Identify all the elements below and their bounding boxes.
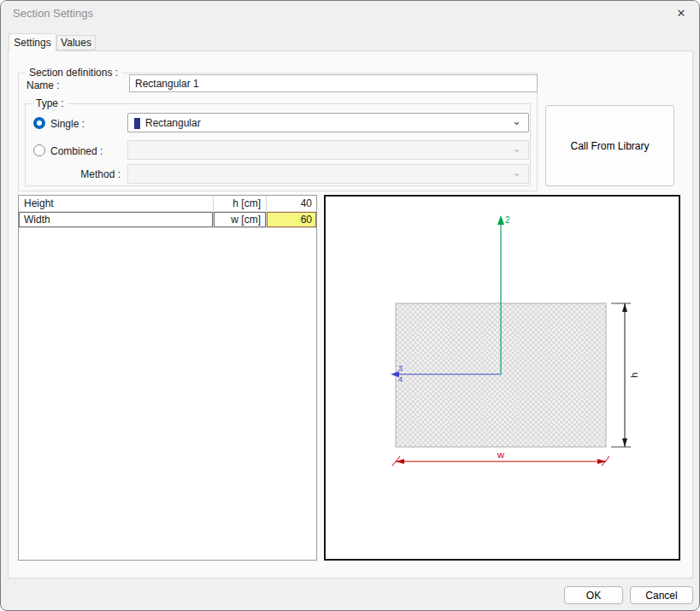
cancel-button[interactable]: Cancel [630, 586, 693, 604]
grid-row-height[interactable]: Height h [cm] 40 [19, 196, 316, 212]
combined-radio[interactable] [33, 144, 45, 156]
method-label: Method : [52, 168, 121, 180]
single-radio[interactable] [33, 117, 45, 129]
name-label: Name : [26, 79, 60, 91]
name-input[interactable] [129, 74, 538, 92]
param-value-cell[interactable]: 40 [267, 196, 316, 211]
param-value-edit-cell[interactable]: 60 [267, 212, 316, 227]
chevron-down-icon: ⌄ [512, 166, 521, 179]
rectangular-section-icon [134, 118, 140, 129]
section-preview-panel: 2 3 4 h w [324, 195, 680, 561]
axis-3-label: 3 [398, 364, 403, 373]
call-from-library-button[interactable]: Call From Library [545, 105, 674, 186]
window-title: Section Settings [13, 1, 93, 26]
chevron-down-icon: ⌄ [512, 142, 521, 155]
axis-2-label: 2 [505, 215, 510, 225]
h-dim-label: h [629, 373, 639, 378]
tab-values[interactable]: Values [56, 35, 96, 50]
section-preview-drawing: 2 3 4 h w [326, 197, 679, 559]
method-dropdown: ⌄ [127, 164, 529, 184]
single-type-value: Rectangular [145, 117, 201, 129]
chevron-down-icon: ⌄ [512, 115, 521, 127]
combined-type-dropdown: ⌄ [127, 140, 529, 160]
titlebar: Section Settings ✕ [1, 1, 699, 26]
h-dim-arrow-bottom-icon [622, 438, 627, 447]
ok-button[interactable]: OK [564, 586, 623, 604]
param-unit-cell[interactable]: h [cm] [214, 196, 267, 211]
section-settings-dialog: Section Settings ✕ Settings Values Secti… [0, 0, 700, 611]
type-group-label: Type : [32, 97, 68, 109]
section-definitions-label: Section definitions : [26, 67, 121, 79]
single-type-dropdown[interactable]: Rectangular ⌄ [127, 113, 529, 132]
param-unit-cell[interactable]: w [cm] [214, 212, 267, 227]
param-name-cell[interactable]: Width [19, 212, 214, 227]
tab-settings[interactable]: Settings [9, 33, 56, 51]
close-icon[interactable]: ✕ [670, 3, 692, 24]
axis-4-label: 4 [398, 375, 403, 384]
single-radio-label: Single : [50, 118, 85, 130]
param-name-cell[interactable]: Height [19, 196, 214, 211]
grid-row-width[interactable]: Width w [cm] 60 [19, 212, 316, 228]
h-dim-arrow-top-icon [622, 303, 627, 312]
w-dim-arrow-right-icon [597, 459, 606, 464]
axis-2-arrow-icon [497, 215, 504, 225]
parameters-grid: Height h [cm] 40 Width w [cm] 60 [18, 195, 317, 561]
combined-radio-label: Combined : [50, 145, 103, 157]
w-dim-label: w [497, 449, 504, 460]
